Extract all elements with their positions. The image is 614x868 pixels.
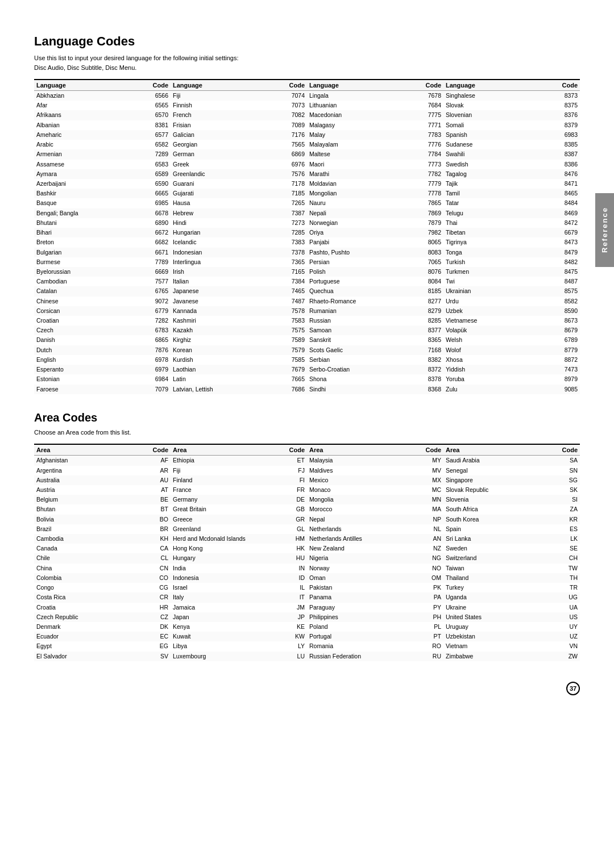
- table-row: Galician7176: [171, 130, 307, 140]
- table-row: KuwaitKW: [171, 632, 307, 641]
- area-col-3: AreaCodeSaudi ArabiaSASenegalSNSingapore…: [443, 445, 580, 661]
- table-row: MalaysiaMY: [307, 456, 443, 465]
- table-row: Danish6865: [34, 335, 171, 345]
- lang-col-header-3: LanguageCode: [443, 80, 580, 91]
- table-row: Malay7783: [307, 130, 443, 140]
- table-row: Bhutani6890: [34, 218, 171, 228]
- table-row: Arabic6582: [34, 140, 171, 149]
- table-row: IndiaIN: [171, 564, 307, 573]
- table-row: Kazakh7575: [171, 326, 307, 335]
- table-row: Abkhazian6566: [34, 91, 171, 101]
- table-row: Azerbaijani6590: [34, 179, 171, 189]
- language-codes-desc: Use this list to input your desired lang…: [34, 53, 580, 72]
- table-row: Tajik8471: [443, 179, 580, 189]
- table-row: Dutch7876: [34, 345, 171, 355]
- table-row: Italian7384: [171, 277, 307, 286]
- table-row: NetherlandsNL: [307, 524, 443, 534]
- table-row: AustriaAT: [34, 485, 171, 495]
- table-row: Zulu9085: [443, 385, 580, 394]
- table-row: Greek6976: [171, 160, 307, 169]
- table-row: CroatiaHR: [34, 603, 171, 612]
- table-row: Slovak RepublicSK: [443, 485, 580, 495]
- table-row: Russian8285: [307, 316, 443, 326]
- table-row: TaiwanTW: [443, 564, 580, 573]
- table-row: EthiopiaET: [171, 456, 307, 465]
- lang-col-3: LanguageCodeSinghalese8373Slovak8375Slov…: [443, 80, 580, 394]
- table-row: ArgentinaAR: [34, 466, 171, 475]
- table-row: MongoliaMN: [307, 495, 443, 504]
- table-row: ColombiaCO: [34, 573, 171, 583]
- table-row: FinlandFI: [171, 475, 307, 485]
- table-row: Afrikaans6570: [34, 110, 171, 120]
- table-row: English6978: [34, 355, 171, 365]
- table-row: Great BritainGB: [171, 504, 307, 514]
- table-row: German6869: [171, 149, 307, 159]
- table-row: Shona8378: [307, 374, 443, 384]
- table-row: IsraelIL: [171, 583, 307, 592]
- table-row: AfghanistanAF: [34, 456, 171, 465]
- table-row: Burmese7789: [34, 257, 171, 267]
- table-row: Nepali7869: [307, 208, 443, 218]
- lang-col-0: LanguageCodeAbkhazian6566Afar6565Afrikaa…: [34, 80, 171, 394]
- table-row: Malayalam7776: [307, 140, 443, 149]
- table-row: ZimbabweZW: [443, 652, 580, 661]
- table-row: Ukrainian8575: [443, 286, 580, 296]
- area-col-header-0: AreaCode: [34, 445, 171, 456]
- area-codes-desc: Choose an Area code from this list.: [34, 428, 580, 437]
- table-row: Costa RicaCR: [34, 592, 171, 602]
- table-row: Finnish7073: [171, 101, 307, 110]
- table-row: FijiFJ: [171, 466, 307, 475]
- table-row: Panjabi8065: [307, 237, 443, 247]
- table-row: Lingala7678: [307, 91, 443, 101]
- table-row: NigeriaNG: [307, 553, 443, 563]
- table-row: Lithuanian7684: [307, 101, 443, 110]
- table-row: HungaryHU: [171, 553, 307, 563]
- table-row: Kirghiz7589: [171, 335, 307, 345]
- table-row: Urdu8582: [443, 297, 580, 306]
- table-row: GreenlandGL: [171, 524, 307, 534]
- table-row: BelgiumBE: [34, 495, 171, 504]
- area-col-header-3: AreaCode: [443, 445, 580, 456]
- table-row: New ZealandNZ: [307, 544, 443, 553]
- table-row: Tamil8465: [443, 189, 580, 198]
- table-row: DenmarkDK: [34, 622, 171, 632]
- table-row: MexicoMX: [307, 475, 443, 485]
- table-row: Assamese6583: [34, 160, 171, 169]
- table-row: South KoreaKR: [443, 515, 580, 524]
- table-row: ParaguayPY: [307, 603, 443, 612]
- table-row: Tagalog8476: [443, 169, 580, 179]
- table-row: Singhalese8373: [443, 91, 580, 101]
- table-row: Oriya7982: [307, 228, 443, 237]
- table-row: FranceFR: [171, 485, 307, 495]
- area-col-0: AreaCodeAfghanistanAFArgentinaARAustrali…: [34, 445, 171, 661]
- lang-col-1: LanguageCodeFiji7074Finnish7073French708…: [171, 80, 307, 394]
- table-row: Serbo-Croatian8372: [307, 365, 443, 374]
- table-row: SenegalSN: [443, 466, 580, 475]
- table-row: MoroccoMA: [307, 504, 443, 514]
- table-row: Mongolian7778: [307, 189, 443, 198]
- table-row: Herd and Mcdonald IslandsHM: [171, 534, 307, 544]
- table-row: Interlingua7365: [171, 257, 307, 267]
- table-row: Breton6682: [34, 237, 171, 247]
- table-row: Macedonian7775: [307, 110, 443, 120]
- table-row: Sanskrit8365: [307, 335, 443, 345]
- table-row: Czech RepublicCZ: [34, 612, 171, 622]
- table-row: SingaporeSG: [443, 475, 580, 485]
- table-row: UkraineUA: [443, 603, 580, 612]
- table-row: GreeceGR: [171, 515, 307, 524]
- table-row: BrazilBR: [34, 524, 171, 534]
- table-row: Bulgarian6671: [34, 248, 171, 257]
- area-col-header-1: AreaCode: [171, 445, 307, 456]
- table-row: Croatian7282: [34, 316, 171, 326]
- table-row: Esperanto6979: [34, 365, 171, 374]
- table-row: Sudanese8385: [443, 140, 580, 149]
- table-row: Twi8487: [443, 277, 580, 286]
- table-row: French7082: [171, 110, 307, 120]
- table-row: BhutanBT: [34, 504, 171, 514]
- table-row: Latvian, Lettish7686: [171, 385, 307, 394]
- table-row: ItalyIT: [171, 592, 307, 602]
- table-row: Tibetan6679: [443, 228, 580, 237]
- table-row: Turkish8482: [443, 257, 580, 267]
- table-row: TurkeyTR: [443, 583, 580, 592]
- table-row: Hungarian7285: [171, 228, 307, 237]
